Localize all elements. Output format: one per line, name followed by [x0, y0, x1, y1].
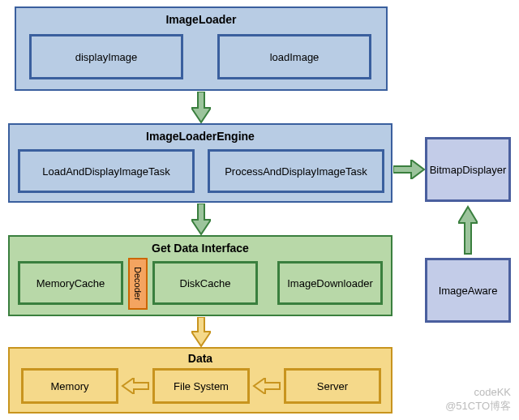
arrow-loader-to-engine [191, 92, 211, 124]
memory-label: Memory [51, 380, 89, 392]
imagedownloader-label: ImageDownloader [287, 277, 373, 289]
decoder-box: Decoder [128, 258, 148, 310]
engine-title: ImageLoaderEngine [10, 130, 391, 143]
processtask-box: ProcessAndDisplayImageTask [208, 149, 384, 193]
memorycache-label: MemoryCache [36, 277, 105, 289]
watermark: codeKK @51CTO博客 [445, 386, 511, 414]
filesystem-box: File System [152, 368, 250, 404]
arrow-aware-to-displayer [458, 205, 478, 255]
watermark-line2: @51CTO博客 [445, 400, 511, 414]
diskcache-label: DiskCache [180, 277, 231, 289]
bitmapdisplayer-box: BitmapDisplayer [425, 137, 511, 202]
filesystem-label: File System [174, 380, 229, 392]
server-label: Server [317, 380, 348, 392]
arrow-engine-to-displayer [393, 160, 426, 179]
loadimage-box: loadImage [217, 34, 371, 79]
arrow-getdata-to-data [191, 317, 211, 348]
displayimage-label: displayImage [75, 51, 138, 63]
imageaware-box: ImageAware [425, 258, 511, 323]
memorycache-box: MemoryCache [18, 261, 123, 305]
data-title: Data [10, 352, 391, 365]
displayimage-box: displayImage [29, 34, 183, 79]
arrow-engine-to-getdata [191, 204, 211, 236]
loadtask-label: LoadAndDisplayImageTask [42, 165, 170, 178]
diskcache-box: DiskCache [152, 261, 258, 305]
imageloader-title: ImageLoader [16, 13, 386, 26]
decoder-label: Decoder [133, 267, 143, 301]
memory-box: Memory [21, 368, 118, 404]
bitmapdisplayer-label: BitmapDisplayer [430, 164, 507, 176]
arrow-server-to-fs [252, 378, 281, 394]
watermark-line1: codeKK [445, 386, 511, 400]
arrow-fs-to-memory [121, 378, 150, 394]
imagedownloader-box: ImageDownloader [277, 261, 383, 305]
server-box: Server [284, 368, 381, 404]
diagram-container: ImageLoader displayImage loadImage Image… [0, 0, 519, 420]
imageaware-label: ImageAware [439, 285, 498, 297]
loadimage-label: loadImage [270, 51, 320, 63]
processtask-label: ProcessAndDisplayImageTask [225, 165, 367, 178]
getdata-title: Get Data Interface [10, 242, 391, 255]
loadtask-box: LoadAndDisplayImageTask [18, 149, 195, 193]
